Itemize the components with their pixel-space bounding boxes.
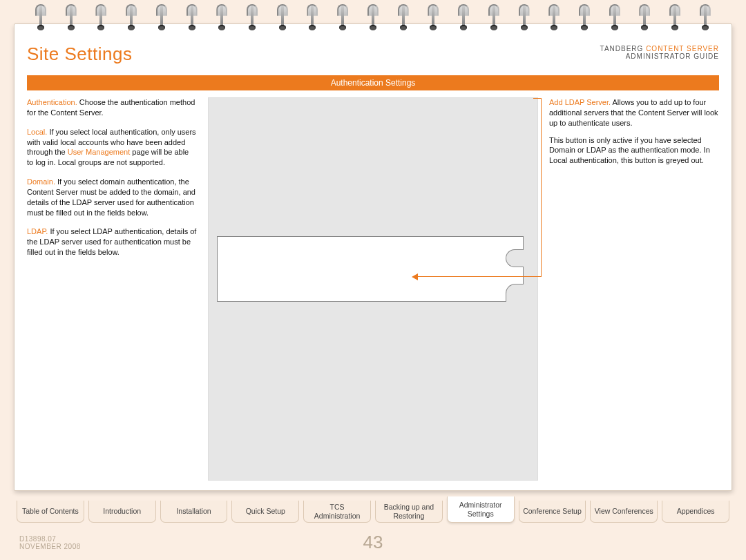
spiral-ring — [486, 4, 501, 32]
spiral-ring — [456, 4, 471, 32]
spiral-ring — [517, 4, 532, 32]
tab-administrator-settings[interactable]: Administrator Settings — [447, 496, 515, 523]
right-column: Add LDAP Server. Allows you to add up to… — [545, 97, 719, 481]
tab-label: View Conferences — [595, 507, 653, 515]
spiral-ring — [335, 4, 350, 32]
content-row: Authentication. Choose the authenticatio… — [27, 97, 719, 481]
tab-label: Backing up and Restoring — [379, 503, 439, 519]
connector-line — [533, 98, 542, 99]
tab-label: Introduction — [103, 507, 141, 515]
term-add-ldap-server: Add LDAP Server. — [549, 98, 611, 106]
callout-notch — [506, 249, 524, 267]
spiral-ring — [275, 4, 290, 32]
tab-label: Conference Setup — [523, 507, 582, 515]
tab-backing-up-and-restoring[interactable]: Backing up and Restoring — [375, 501, 443, 523]
tab-quick-setup[interactable]: Quick Setup — [231, 501, 299, 523]
page-title: Site Settings — [27, 44, 132, 65]
text: This button is only active if you have s… — [549, 135, 719, 166]
spiral-ring — [93, 4, 108, 32]
arrowhead-icon — [412, 273, 418, 280]
tab-label: Installation — [176, 507, 211, 515]
text: If you select LDAP authentication, detai… — [27, 227, 196, 256]
term-local: Local. — [27, 128, 47, 136]
brand-product: CONTENT SERVER — [646, 45, 719, 52]
spiral-ring — [577, 4, 592, 32]
tab-installation[interactable]: Installation — [160, 501, 228, 523]
brand-block: TANDBERG CONTENT SERVER ADMINISTRATOR GU… — [600, 45, 719, 60]
tab-label: Appendices — [677, 507, 715, 515]
term-ldap: LDAP. — [27, 227, 48, 235]
tab-label: TCS Administration — [307, 503, 367, 519]
brand-name: TANDBERG — [600, 45, 647, 52]
spiral-ring — [245, 4, 260, 32]
spiral-binding — [19, 4, 727, 33]
tab-tcs-administration[interactable]: TCS Administration — [303, 501, 371, 523]
callout-box — [217, 236, 524, 302]
spiral-ring — [546, 4, 562, 32]
tab-conference-setup[interactable]: Conference Setup — [519, 501, 586, 523]
connector-line — [417, 276, 542, 277]
section-heading-bar: Authentication Settings — [27, 75, 719, 90]
spiral-ring — [667, 4, 682, 32]
screenshot-placeholder — [208, 97, 538, 481]
tab-label: Quick Setup — [246, 507, 285, 515]
tab-introduction[interactable]: Introduction — [88, 501, 156, 523]
document-page: Site Settings TANDBERG CONTENT SERVER AD… — [14, 23, 732, 491]
spiral-ring — [365, 4, 381, 32]
bottom-tabs: Table of ContentsIntroductionInstallatio… — [14, 495, 732, 523]
spiral-ring — [396, 4, 411, 32]
spiral-ring — [33, 4, 48, 32]
spiral-ring — [64, 4, 79, 32]
term-authentication: Authentication. — [27, 98, 77, 106]
spiral-ring — [124, 4, 139, 32]
left-column: Authentication. Choose the authenticatio… — [27, 97, 201, 481]
page-number: 43 — [0, 532, 746, 553]
spiral-ring — [425, 4, 441, 32]
spiral-ring — [184, 4, 200, 32]
tab-label: Table of Contents — [22, 507, 79, 515]
spiral-ring — [698, 4, 713, 32]
term-domain: Domain. — [27, 177, 55, 186]
spiral-ring — [637, 4, 652, 32]
tab-label: Administrator Settings — [450, 501, 511, 517]
link-user-management[interactable]: User Management — [68, 148, 131, 156]
spiral-ring — [154, 4, 169, 32]
spiral-ring — [305, 4, 320, 32]
spiral-ring — [214, 4, 229, 32]
spiral-ring — [607, 4, 622, 32]
tab-view-conferences[interactable]: View Conferences — [590, 501, 658, 523]
tab-appendices[interactable]: Appendices — [662, 501, 729, 523]
connector-line — [541, 98, 542, 276]
tab-table-of-contents[interactable]: Table of Contents — [17, 501, 84, 523]
callout-notch — [506, 284, 524, 302]
brand-subtitle: ADMINISTRATOR GUIDE — [600, 52, 719, 60]
